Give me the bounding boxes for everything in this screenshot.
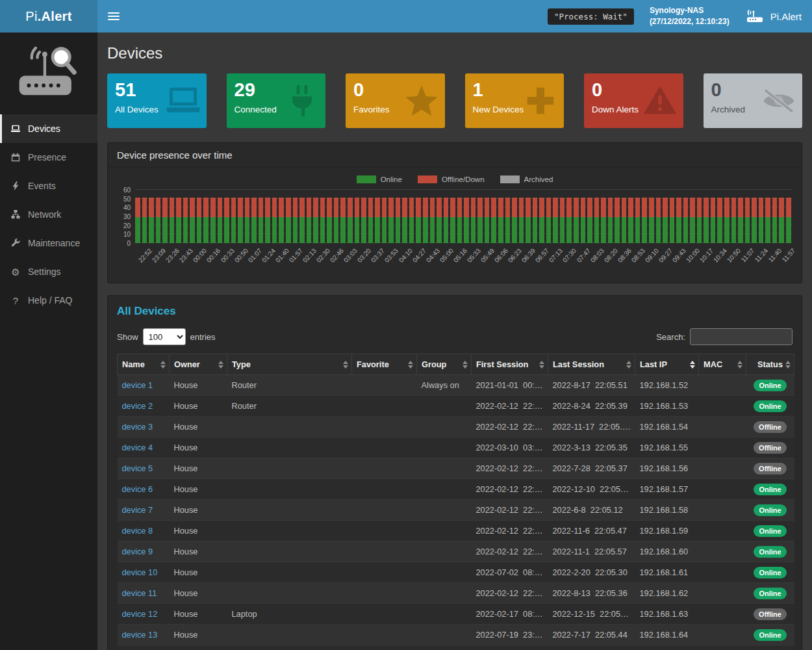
app-logo[interactable]: Pi.Alert — [0, 0, 97, 32]
chart-x-axis: 22:5223:0923:2623:4300:0000:1600:3300:50… — [135, 245, 793, 278]
presence-bar — [731, 190, 737, 243]
owner-cell: House — [170, 417, 227, 437]
sort-icon — [218, 361, 223, 369]
presence-bar — [197, 190, 202, 243]
status-badge: Online — [754, 567, 786, 578]
column-header-name[interactable]: Name — [118, 354, 170, 375]
group-cell — [417, 458, 472, 479]
sidebar-item-settings[interactable]: ⚙ Settings — [0, 257, 97, 286]
type-cell — [227, 458, 352, 479]
device-name-link[interactable]: device 4 — [122, 443, 153, 452]
presence-bar — [149, 190, 154, 243]
network-icon — [10, 210, 21, 219]
legend-swatch — [500, 176, 520, 183]
column-header-favorite[interactable]: Favorite — [352, 354, 417, 375]
presence-bar — [519, 190, 524, 243]
mac-cell — [699, 396, 746, 417]
sidebar-item-maintenance[interactable]: Maintenance — [0, 229, 97, 257]
presence-bar — [162, 190, 168, 243]
legend-item-archived[interactable]: Archived — [500, 176, 553, 183]
presence-bar — [327, 190, 332, 243]
device-name-link[interactable]: device 5 — [122, 463, 153, 473]
sidebar-item-network[interactable]: Network — [0, 200, 97, 229]
search-label: Search: — [656, 332, 685, 342]
group-cell — [417, 604, 472, 625]
device-name-link[interactable]: device 9 — [122, 547, 153, 556]
presence-bar — [265, 190, 270, 243]
column-header-group[interactable]: Group — [417, 354, 472, 375]
device-name-link[interactable]: device 13 — [122, 630, 158, 640]
presence-bar — [355, 190, 360, 243]
sidebar-item-help-faq[interactable]: ? Help / FAQ — [0, 286, 97, 315]
device-name-link[interactable]: device 2 — [122, 401, 153, 411]
first-session-cell: 2022-07-02 08:15 — [472, 562, 548, 583]
device-name-link[interactable]: device 6 — [122, 484, 153, 494]
device-name-link[interactable]: device 11 — [122, 588, 157, 598]
presence-bar — [402, 190, 407, 243]
legend-item-online[interactable]: Online — [357, 176, 402, 183]
search-control: Search: — [656, 328, 793, 345]
summary-card-favorites[interactable]: 0 Favorites — [346, 73, 445, 128]
device-name-link[interactable]: device 7 — [122, 505, 153, 515]
search-input[interactable] — [690, 328, 793, 345]
type-cell — [227, 500, 352, 521]
sidebar-item-presence[interactable]: Presence — [0, 143, 97, 172]
column-header-type[interactable]: Type — [227, 354, 352, 375]
pialert-logo-art — [0, 32, 97, 114]
column-header-mac[interactable]: MAC — [699, 354, 746, 375]
last-session-cell: 2022-11-17 22:05.52 — [548, 417, 635, 437]
favorite-cell — [352, 583, 417, 604]
favorite-cell — [352, 625, 417, 645]
presence-bar — [779, 190, 784, 243]
last-ip-cell: 192.168.1.63 — [635, 604, 699, 625]
summary-card-down-alerts[interactable]: 0 Down Alerts — [584, 73, 683, 128]
first-session-cell: 2022-07-19 23:45 — [472, 625, 548, 645]
nas-name: Synology-NAS — [650, 5, 730, 16]
summary-card-archived[interactable]: 0 Archived — [704, 73, 803, 128]
summary-card-all-devices[interactable]: 51 All Devices — [107, 73, 207, 128]
summary-card-new-devices[interactable]: 1 New Devices — [465, 73, 565, 128]
device-name-link[interactable]: device 3 — [122, 422, 153, 432]
status-badge: Offline — [754, 442, 787, 454]
favorite-cell — [352, 417, 417, 437]
presence-panel-title: Device presence over time — [108, 143, 802, 168]
device-name-link[interactable]: device 1 — [122, 380, 153, 390]
sidebar-item-events[interactable]: Events — [0, 172, 97, 200]
legend-item-offline-down[interactable]: Offline/Down — [418, 176, 485, 183]
table-row: device 2 House Router 2022-02-12 22:05 2… — [118, 396, 794, 417]
column-header-status[interactable]: Status — [746, 354, 794, 375]
column-header-first-session[interactable]: First Session — [472, 354, 548, 375]
presence-bar — [444, 190, 449, 243]
legend-label: Archived — [524, 176, 553, 183]
presence-bar — [642, 190, 647, 243]
device-name-link[interactable]: device 8 — [122, 526, 153, 536]
sidebar-item-devices[interactable]: Devices — [0, 114, 97, 143]
presence-bar — [259, 190, 264, 243]
mac-cell — [699, 458, 746, 479]
laptop-icon — [10, 124, 21, 133]
table-row: device 14 House 2022-02-12 22:05 2022-10… — [118, 645, 794, 650]
type-cell — [227, 521, 352, 541]
warning-icon — [642, 83, 678, 118]
presence-bar — [210, 190, 216, 243]
column-header-last-ip[interactable]: Last IP — [635, 354, 699, 375]
status-badge: Online — [754, 546, 786, 558]
device-name-link[interactable]: device 12 — [122, 609, 158, 619]
presence-bar — [505, 190, 511, 243]
group-cell — [417, 583, 472, 604]
entries-select[interactable]: 100 — [143, 328, 186, 345]
presence-bar — [477, 190, 483, 243]
group-cell — [417, 625, 472, 645]
sidebar-toggle-icon[interactable] — [108, 12, 120, 20]
presence-bar — [231, 190, 236, 243]
legend-label: Online — [381, 176, 402, 183]
column-header-owner[interactable]: Owner — [170, 354, 227, 375]
owner-cell: House — [170, 396, 227, 417]
devices-table-title: All Devices — [117, 305, 793, 318]
favorite-cell — [352, 645, 417, 650]
column-header-last-session[interactable]: Last Session — [548, 354, 635, 375]
presence-bar — [711, 190, 716, 243]
summary-card-connected[interactable]: 29 Connected — [227, 73, 326, 128]
device-name-link[interactable]: device 10 — [122, 567, 158, 577]
header-brand-label: Pi.Alert — [770, 11, 802, 22]
